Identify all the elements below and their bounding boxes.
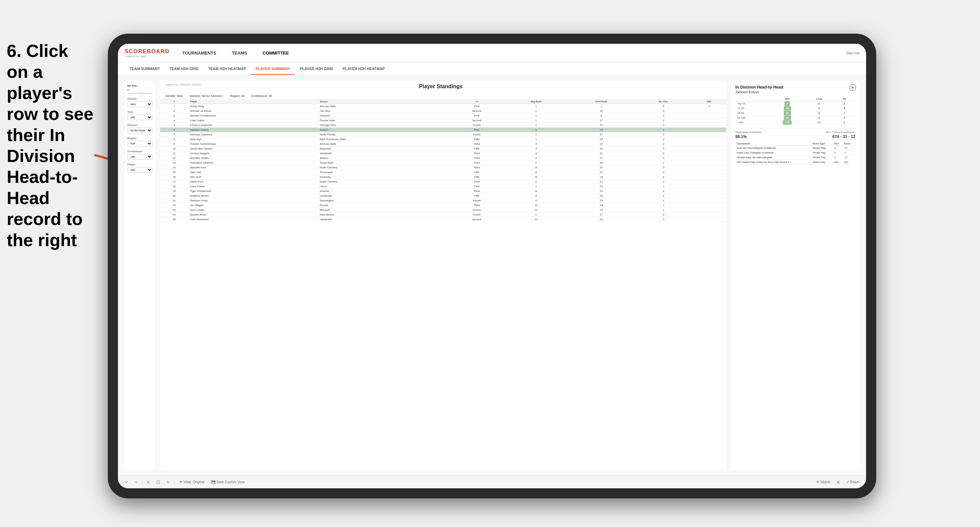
subnav-team-h2h-heatmap[interactable]: TEAM H2H HEATMAP bbox=[203, 63, 251, 75]
h2h-row: 26-50 22 4 1 bbox=[735, 111, 855, 116]
table-row[interactable]: 21 Taehoon Song Washington Fourth 6 23 1 bbox=[160, 198, 726, 203]
slider-thumb[interactable] bbox=[140, 92, 143, 95]
h2h-row: 11-25 20 9 5 bbox=[735, 106, 855, 111]
table-row[interactable]: 16 Alex Goff Kentucky Fifth 8 19 0 bbox=[160, 175, 726, 179]
table-row[interactable]: 23 Jack Lundin Missouri Fourth 11 24 1 bbox=[160, 208, 726, 213]
nav-committee[interactable]: COMMITTEE bbox=[260, 49, 291, 57]
table-row[interactable]: 6 Jackson Koivun Auburn First 1 19 1 bbox=[160, 128, 726, 132]
table-row[interactable]: 1 Wenyi Ding Arizona State First 1 1 8 1 bbox=[160, 104, 726, 109]
nav-items: TOURNAMENTS TEAMS COMMITTEE bbox=[180, 49, 846, 57]
toolbar-sep-2 bbox=[174, 479, 175, 485]
subnav-team-summary[interactable]: TEAM SUMMARY bbox=[125, 63, 165, 75]
subnav-player-summary[interactable]: PLAYER SUMMARY bbox=[251, 63, 295, 75]
toolbar-redo[interactable]: ↪ bbox=[132, 479, 139, 485]
subnav-player-h2h-grid[interactable]: PLAYER H2H GRID bbox=[295, 63, 338, 75]
logo: SCOREBOARD Powered by clippi bbox=[125, 48, 170, 58]
table-row[interactable]: 7 Nicholas Gabrelick North Florida Fourt… bbox=[160, 132, 726, 137]
subnav-team-h2h-grid[interactable]: TEAM H2H GRID bbox=[165, 63, 204, 75]
tour-col-tournament: Tournament bbox=[735, 142, 811, 146]
filter-region: Region N/A bbox=[127, 137, 152, 146]
gender-select[interactable]: Men Women bbox=[127, 102, 152, 107]
wlt-label: W-L-T record in-division: bbox=[826, 131, 855, 134]
toolbar-watch[interactable]: 👁 Watch bbox=[814, 479, 832, 485]
tablet-screen: SCOREBOARD Powered by clippi TOURNAMENTS… bbox=[118, 44, 866, 488]
table-row[interactable]: 10 Jacob Mac Diesen Arkansas Fifth 3 25 … bbox=[160, 146, 726, 151]
nav-teams[interactable]: TEAMS bbox=[229, 49, 250, 57]
col-num: # bbox=[160, 99, 188, 104]
h2h-row: 51-100 46 6 3 bbox=[735, 116, 855, 120]
filter-bar: Gender: Men Division: NCAA Division I Re… bbox=[160, 93, 726, 99]
filter-player: Player (All) bbox=[127, 163, 152, 173]
tournament-row: SEC Match Play hosted by Jerry Pate Roun… bbox=[735, 160, 855, 165]
table-row[interactable]: 13 Phichaksn Maichon Texas A&M Third 6 3… bbox=[160, 160, 726, 165]
table-row[interactable]: 25 Cole Sherwood Vanderbilt Second 12 23… bbox=[160, 217, 726, 222]
table-row[interactable]: 18 Luke Powell UCLA First 4 24 1 bbox=[160, 184, 726, 189]
h2h-col-loss: Loss bbox=[805, 97, 834, 102]
h2h-row: >100 578 11 1 bbox=[735, 120, 855, 125]
opponents-label: Opponents in division: bbox=[735, 131, 762, 134]
tour-col-pos: Pos bbox=[833, 142, 843, 146]
nav-tournaments[interactable]: TOURNAMENTS bbox=[180, 49, 219, 57]
h2h-close-button[interactable]: ✕ bbox=[849, 84, 856, 91]
h2h-row: Top 10 8 3 2 bbox=[735, 102, 855, 106]
table-row[interactable]: 4 Luke Claton Florida State Second 1 27 … bbox=[160, 118, 726, 123]
logo-title: SCOREBOARD bbox=[125, 48, 170, 55]
tournament-row: Fallon Oak Collegiate Invitational Strok… bbox=[735, 151, 855, 155]
col-yr: Yr bbox=[449, 99, 505, 104]
filter-bar-conference: Conference: All bbox=[251, 94, 272, 98]
table-row[interactable]: 3 Michael Thorbjornsen Stanford First 1 … bbox=[160, 113, 726, 118]
tour-col-event-type: Event Type bbox=[811, 142, 833, 146]
filter-no-rds: No Rds. 6 bbox=[127, 84, 152, 94]
sign-out-link[interactable]: Sign out bbox=[846, 51, 859, 55]
h2h-breakdown-table: Win Loss Tie Top 10 8 3 2 11-25 20 9 5 2… bbox=[735, 97, 855, 125]
table-row[interactable]: 11 Gordon Sargent Vanderbilt Third 4 21 … bbox=[160, 151, 726, 156]
h2h-col-rank bbox=[735, 97, 770, 102]
year-select[interactable]: (All) bbox=[127, 114, 152, 120]
filter-gender: Gender Men Women bbox=[127, 97, 152, 107]
update-time-label: Update time: 27/05/2024 16:56:26 bbox=[165, 84, 201, 86]
table-row[interactable]: 24 Bastien Amat New Mexico Fourth 1 27 2 bbox=[160, 213, 726, 217]
subnav-player-h2h-heatmap[interactable]: PLAYER H2H HEATMAP bbox=[338, 63, 390, 75]
tablet-frame: SCOREBOARD Powered by clippi TOURNAMENTS… bbox=[108, 34, 876, 498]
instruction-text: 6. Click on a player's row to see their … bbox=[0, 40, 101, 251]
table-row[interactable]: 5 Christo Lamprecht Georgia Tech Fourth … bbox=[160, 123, 726, 128]
bottom-toolbar: ↩ ↪ ⧉ 📋 ↻ 👁 View: Original 💾 Save Custom… bbox=[118, 475, 866, 488]
table-row[interactable]: 2 Michael La Sasso Ole Miss Second 1 19 … bbox=[160, 109, 726, 113]
h2h-pct: 98.1% bbox=[735, 134, 747, 139]
toolbar-view-original[interactable]: 👁 View: Original bbox=[177, 479, 207, 485]
table-row[interactable]: 20 Matthew Riedel Vanderbilt Fifth 8 23 … bbox=[160, 194, 726, 198]
filters-panel: No Rds. 6 Gender Men Women Year bbox=[125, 81, 155, 470]
toolbar-save-custom[interactable]: 💾 Save Custom View bbox=[209, 479, 247, 485]
table-row[interactable]: 22 Ian Gilligan Florida Third 10 24 1 bbox=[160, 203, 726, 208]
main-content: No Rds. 6 Gender Men Women Year bbox=[118, 76, 866, 475]
table-row[interactable]: 19 Tiger Christensen Arizona Third 8 23 … bbox=[160, 189, 726, 194]
col-school: School bbox=[318, 99, 449, 104]
table-row[interactable]: 14 Maxwell Ford North Carolina Third 8 2… bbox=[160, 165, 726, 170]
table-row[interactable]: 15 Jake Hall Tennessee Fifth 8 22 0 bbox=[160, 170, 726, 175]
tour-col-score: Score bbox=[843, 142, 855, 146]
region-select[interactable]: N/A bbox=[127, 141, 152, 146]
tournament-row: Mirabel Maui Jim Intercollegiate Stroke … bbox=[735, 155, 855, 160]
division-select[interactable]: NCAA Division I bbox=[127, 128, 152, 133]
toolbar-sep-1 bbox=[142, 479, 142, 485]
filter-bar-region: Region: All bbox=[230, 94, 245, 98]
table-row[interactable]: 17 David Ford North Carolina Third 8 21 … bbox=[160, 179, 726, 184]
table-row[interactable]: 8 Mats Ege East Tennessee State Fifth 1 … bbox=[160, 137, 726, 142]
toolbar-paste[interactable]: 📋 bbox=[154, 479, 162, 485]
toolbar-share[interactable]: ↗ Share bbox=[844, 479, 861, 485]
division-label: Division bbox=[127, 124, 152, 127]
toolbar-copy[interactable]: ⧉ bbox=[145, 479, 151, 485]
toolbar-refresh[interactable]: ↻ bbox=[165, 479, 172, 485]
table-row[interactable]: 12 Brendan Valdes Auburn Third 4 27 0 bbox=[160, 156, 726, 160]
toolbar-layout[interactable]: ⊞ bbox=[835, 479, 842, 485]
top-nav: SCOREBOARD Powered by clippi TOURNAMENTS… bbox=[118, 44, 866, 62]
player-select[interactable]: (All) bbox=[127, 167, 152, 173]
conference-select[interactable]: (All) bbox=[127, 154, 152, 160]
table-row[interactable]: 9 Preston Summerhays Arizona State Third… bbox=[160, 142, 726, 146]
panel-header: Update time: 27/05/2024 16:56:26 Player … bbox=[160, 81, 726, 93]
col-conf-rank: Conf Rank bbox=[568, 99, 635, 104]
toolbar-undo[interactable]: ↩ bbox=[123, 479, 130, 485]
table-panel: Update time: 27/05/2024 16:56:26 Player … bbox=[160, 81, 726, 470]
panel-title: Player Standings bbox=[419, 84, 463, 90]
h2h-record: 674 - 33 - 12 bbox=[832, 134, 855, 139]
